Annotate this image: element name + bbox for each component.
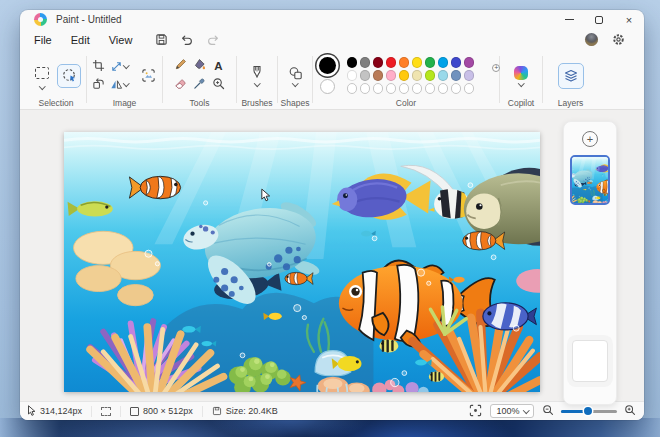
color1-swatch[interactable]	[319, 57, 336, 74]
maximize-button[interactable]	[584, 10, 614, 29]
file-size-value: Size: 20.4KB	[226, 406, 278, 416]
palette-empty-slot[interactable]	[425, 83, 436, 94]
palette-color-swatch[interactable]	[464, 70, 475, 81]
palette-empty-slot[interactable]	[347, 83, 358, 94]
brushes-button[interactable]	[250, 65, 264, 86]
palette-color-swatch[interactable]	[451, 70, 462, 81]
eraser-icon	[174, 77, 187, 90]
palette-color-swatch[interactable]	[425, 57, 436, 68]
layer-thumbnail-selected[interactable]	[570, 155, 610, 205]
palette-color-swatch[interactable]	[386, 57, 397, 68]
close-button[interactable]: ×	[614, 10, 644, 29]
brush-icon	[250, 65, 264, 80]
settings-button[interactable]	[608, 31, 628, 48]
tools-group: A Tools	[163, 50, 236, 109]
palette-color-swatch[interactable]	[360, 70, 371, 81]
pencil-tool-button[interactable]	[174, 57, 187, 75]
palette-empty-slot[interactable]	[451, 83, 462, 94]
zoom-out-button[interactable]	[542, 404, 554, 418]
remove-background-icon	[141, 68, 156, 83]
color-group: + Color	[313, 50, 499, 109]
zoom-slider-thumb[interactable]	[584, 407, 592, 415]
shapes-icon	[288, 66, 303, 80]
paint-window: Paint - Untitled × File Edit View	[20, 10, 644, 420]
redo-button[interactable]	[203, 31, 223, 48]
crop-button[interactable]	[92, 58, 105, 76]
remove-background-button[interactable]	[136, 64, 160, 88]
palette-color-swatch[interactable]	[360, 57, 371, 68]
text-tool-button[interactable]: A	[214, 60, 222, 72]
copilot-button[interactable]	[514, 66, 528, 86]
brushes-chevron-icon	[254, 80, 260, 86]
rotate-button[interactable]	[92, 76, 105, 94]
layers-button[interactable]	[558, 63, 584, 89]
account-avatar[interactable]	[585, 33, 598, 46]
fit-to-screen-icon	[469, 404, 482, 417]
rectangle-select-button[interactable]	[31, 62, 53, 84]
color-group-label: Color	[396, 98, 416, 108]
desktop-wallpaper	[0, 418, 660, 437]
flip-button[interactable]	[110, 78, 129, 91]
palette-color-swatch[interactable]	[373, 70, 384, 81]
palette-empty-slot[interactable]	[399, 83, 410, 94]
cursor-position-icon	[27, 405, 36, 417]
color2-swatch[interactable]	[320, 79, 335, 94]
zoom-dropdown-chevron-icon	[523, 407, 529, 413]
edit-colors-button[interactable]: +	[480, 67, 497, 84]
resize-button[interactable]	[110, 60, 129, 73]
palette-empty-slot[interactable]	[464, 83, 475, 94]
menu-edit[interactable]: Edit	[71, 34, 90, 46]
canvas[interactable]	[64, 132, 540, 392]
palette-color-swatch[interactable]	[451, 57, 462, 68]
background-layer-thumbnail[interactable]	[572, 340, 608, 382]
palette-empty-slot[interactable]	[386, 83, 397, 94]
file-size-icon	[212, 406, 222, 416]
palette-color-swatch[interactable]	[347, 70, 358, 81]
shapes-group-label: Shapes	[281, 98, 310, 108]
selection-dropdown-chevron-icon[interactable]	[39, 83, 45, 89]
zoom-level-dropdown[interactable]: 100%	[490, 404, 534, 418]
status-divider	[202, 406, 203, 417]
eyedropper-tool-button[interactable]	[193, 76, 206, 94]
cursor-position-segment: 314,124px	[27, 405, 82, 417]
palette-empty-slot[interactable]	[360, 83, 371, 94]
palette-color-swatch[interactable]	[399, 57, 410, 68]
free-form-select-button[interactable]	[57, 64, 81, 88]
magnifier-tool-button[interactable]	[212, 76, 225, 94]
selection-size-icon	[101, 407, 111, 416]
zoom-slider[interactable]	[561, 406, 617, 416]
add-layer-button[interactable]: +	[582, 131, 598, 147]
palette-color-swatch[interactable]	[399, 70, 410, 81]
shapes-button[interactable]	[288, 66, 303, 86]
menu-view[interactable]: View	[109, 34, 133, 46]
save-icon	[155, 33, 168, 46]
layers-panel: +	[563, 121, 617, 405]
palette-color-swatch[interactable]	[438, 70, 449, 81]
palette-color-swatch[interactable]	[412, 57, 423, 68]
palette-empty-slot[interactable]	[438, 83, 449, 94]
image-group-label: Image	[113, 98, 137, 108]
eraser-tool-button[interactable]	[174, 76, 187, 94]
layers-group: Layers	[543, 50, 598, 109]
undo-button[interactable]	[177, 31, 197, 48]
palette-color-swatch[interactable]	[373, 57, 384, 68]
palette-color-swatch[interactable]	[425, 70, 436, 81]
status-divider	[120, 406, 121, 417]
palette-color-swatch[interactable]	[438, 57, 449, 68]
fit-to-screen-button[interactable]	[469, 404, 482, 419]
zoom-in-button[interactable]	[624, 404, 636, 418]
palette-color-swatch[interactable]	[386, 70, 397, 81]
minimize-button[interactable]	[554, 10, 584, 29]
palette-empty-slot[interactable]	[373, 83, 384, 94]
maximize-icon	[595, 16, 603, 24]
tools-group-label: Tools	[190, 98, 210, 108]
fill-tool-button[interactable]	[193, 57, 206, 75]
save-button[interactable]	[151, 31, 171, 48]
palette-color-swatch[interactable]	[412, 70, 423, 81]
palette-color-swatch[interactable]	[347, 57, 358, 68]
palette-color-swatch[interactable]	[464, 57, 475, 68]
palette-empty-slot[interactable]	[412, 83, 423, 94]
menu-file[interactable]: File	[34, 34, 52, 46]
color-palette	[347, 57, 475, 94]
workspace: +	[20, 110, 644, 401]
